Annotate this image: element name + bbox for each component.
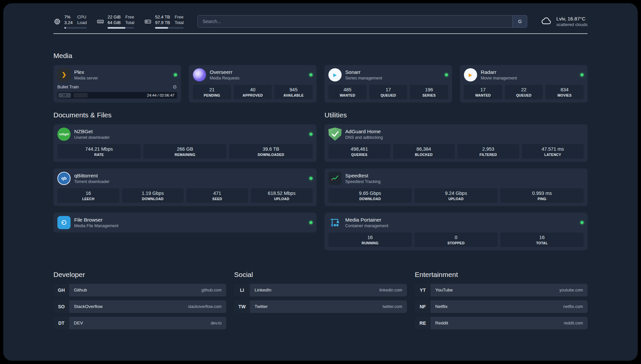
bookmark-domain: reddit.com xyxy=(564,321,583,325)
sonarr-icon: ▶ xyxy=(328,68,342,81)
radarr-icon: ▶ xyxy=(464,68,477,81)
bookmark-youtube[interactable]: YTYouTubeyoutube.com xyxy=(415,284,588,296)
stat-box: 618.52 MbpsUPLOAD xyxy=(251,188,313,203)
bookmark-stackoverflow[interactable]: SOStackOverflowstackoverflow.com xyxy=(53,300,226,313)
overseerr-icon xyxy=(193,68,206,81)
bookmark-github[interactable]: GHGithubgithub.com xyxy=(53,284,226,296)
service-card-adguard[interactable]: AdGuard Home DNS and adblocking 498,461Q… xyxy=(324,124,588,162)
status-dot xyxy=(445,73,448,76)
stat-box: 39.6 TBDOWNLOADED xyxy=(229,144,313,159)
bookmark-netflix[interactable]: NFNetflixnetflix.com xyxy=(415,300,588,313)
stat-label: MOVIES xyxy=(547,93,582,97)
stat-label: REMAINING xyxy=(145,153,226,157)
stat-box: 17WANTED xyxy=(464,85,502,99)
stat-value: 39.6 TB xyxy=(230,146,311,152)
storage-free-value: 52.4 TB xyxy=(155,15,170,20)
search-input[interactable] xyxy=(198,15,512,27)
plex-now-playing-widget: Bullet Train ⚙ 24:44 / 02:06:47 xyxy=(57,84,177,99)
service-subtitle: DNS and adblocking xyxy=(345,135,383,140)
service-card-sonarr[interactable]: ▶ Sonarr Series management 485WANTED17QU… xyxy=(324,65,452,103)
stat-box: 744.21 MbpsRATE xyxy=(57,144,141,159)
bookmark-abbr: YT xyxy=(415,284,431,296)
now-playing-title: Bullet Train xyxy=(57,84,79,89)
bookmark-twitter[interactable]: TWTwittertwitter.com xyxy=(234,300,407,313)
memory-widget: 22 GiB Free 64 GiB Total xyxy=(97,15,134,29)
stat-value: 16 xyxy=(502,235,582,240)
service-subtitle: Torrent downloader xyxy=(74,179,109,184)
bookmark-abbr: NF xyxy=(415,300,431,313)
service-card-qbittorrent[interactable]: qb qBittorrent Torrent downloader 16LEEC… xyxy=(53,168,317,206)
topbar-divider xyxy=(53,33,588,34)
service-card-portainer[interactable]: Media Portainer Container management 16R… xyxy=(324,213,588,250)
stat-box: 9.24 GbpsUPLOAD xyxy=(414,188,498,203)
stat-value: 16 xyxy=(330,235,411,240)
bookmark-dev[interactable]: DTDEVdev.to xyxy=(53,317,226,329)
stat-label: QUEUED xyxy=(371,93,406,97)
memory-total-label: Total xyxy=(125,20,134,26)
stat-value: 17 xyxy=(465,87,501,92)
service-title: NZBGet xyxy=(74,129,110,135)
service-title: Media Portainer xyxy=(345,217,388,223)
service-subtitle: Media Requests xyxy=(210,76,239,80)
bookmark-linkedin[interactable]: LILinkedInlinkedin.com xyxy=(234,284,407,296)
service-title: qBittorrent xyxy=(74,173,109,179)
gear-icon[interactable]: ⚙ xyxy=(173,84,177,90)
pause-button[interactable] xyxy=(58,93,71,98)
bookmark-name: YouTube xyxy=(435,288,453,292)
status-dot xyxy=(174,73,177,76)
bookmark-reddit[interactable]: RERedditreddit.com xyxy=(415,317,588,329)
service-card-plex[interactable]: ❯ Plex Media server Bullet Train ⚙ xyxy=(53,65,181,103)
status-dot xyxy=(309,177,313,180)
stat-label: QUEUED xyxy=(506,93,542,97)
service-subtitle: Usenet downloader xyxy=(74,135,110,140)
stat-value: 16 xyxy=(59,191,118,196)
bookmark-abbr: SO xyxy=(53,300,69,313)
stat-box: 0STOPPED xyxy=(414,232,498,247)
service-card-filebrowser[interactable]: File Browser Media File Management xyxy=(53,213,317,232)
status-dot xyxy=(580,73,584,76)
stat-value: 22 xyxy=(506,87,542,92)
service-card-nzbget[interactable]: nzbget NZBGet Usenet downloader 744.21 M… xyxy=(53,124,317,162)
section-media: Media ❯ Plex Media server Bullet Train ⚙ xyxy=(53,52,588,103)
section-title-developer: Developer xyxy=(53,271,226,279)
service-card-speedtest[interactable]: Speedtest Speedtest Tracking 9.65 GbpsDO… xyxy=(324,168,588,206)
stat-box: 266 GBREMAINING xyxy=(143,144,227,159)
stat-value: 196 xyxy=(411,87,447,92)
stat-value: 21 xyxy=(194,87,230,92)
section-utilities: Utilities AdGuard Home DNS and adblockin… xyxy=(324,111,588,250)
status-dot xyxy=(309,73,313,76)
stat-box: 16TOTAL xyxy=(500,232,584,247)
stat-box: 471SEED xyxy=(186,188,248,203)
storage-usage-bar xyxy=(155,27,184,29)
service-card-radarr[interactable]: ▶ Radarr Movie management 17WANTED22QUEU… xyxy=(460,65,588,103)
stat-box: 1.19 GbpsDOWNLOAD xyxy=(122,188,184,203)
bookmark-domain: netflix.com xyxy=(563,304,583,309)
stat-label: PING xyxy=(502,197,582,201)
service-subtitle: Movie management xyxy=(481,76,517,80)
bookmark-list-developer: GHGithubgithub.comSOStackOverflowstackov… xyxy=(53,284,226,329)
search-provider-button[interactable]: G xyxy=(512,15,527,27)
bookmark-domain: twitter.com xyxy=(382,304,402,309)
playback-progress[interactable] xyxy=(74,93,144,98)
media-grid: ❯ Plex Media server Bullet Train ⚙ xyxy=(53,65,588,103)
service-card-overseerr[interactable]: Overseerr Media Requests 21PENDING40APPR… xyxy=(189,65,317,103)
service-title: Plex xyxy=(74,69,98,75)
service-subtitle: Media server xyxy=(74,76,98,80)
portainer-crane-icon xyxy=(328,216,342,229)
stat-label: LEECH xyxy=(59,197,118,201)
service-title: Radarr xyxy=(481,69,517,75)
stat-box: 2,953FILTERED xyxy=(457,144,519,159)
stat-box: 21PENDING xyxy=(193,85,231,99)
adguard-shield-icon xyxy=(328,128,342,141)
memory-icon xyxy=(97,18,104,25)
stat-value: 0.993 ms xyxy=(502,191,582,196)
cpu-usage-bar xyxy=(64,27,87,29)
middle-columns: Documents & Files nzbget NZBGet Usenet d… xyxy=(53,111,588,250)
stat-value: 17 xyxy=(371,87,406,92)
topbar: 7% CPU 3.24 Load 22 GiB Free 64 GiB Tota… xyxy=(53,15,588,29)
stats-row: 16LEECH1.19 GbpsDOWNLOAD471SEED618.52 Mb… xyxy=(57,188,313,203)
stat-label: LATENCY xyxy=(523,153,583,157)
bookmark-domain: github.com xyxy=(201,288,222,292)
bookmark-name: StackOverflow xyxy=(74,304,103,309)
bookmark-abbr: RE xyxy=(415,317,431,329)
